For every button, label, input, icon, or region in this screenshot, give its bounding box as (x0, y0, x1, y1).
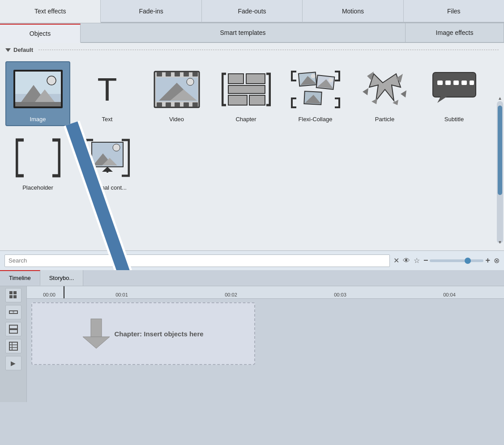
object-subtitle-label: Subtitle (444, 116, 464, 123)
main-panel: Default (0, 43, 504, 270)
svg-point-22 (187, 78, 194, 85)
play-button[interactable]: ▶ (5, 356, 21, 370)
group-button[interactable] (5, 322, 21, 336)
svg-rect-12 (184, 72, 189, 76)
zoom-minus-button[interactable]: − (423, 256, 428, 265)
object-video-label: Video (169, 116, 184, 123)
play-icon: ▶ (11, 360, 16, 367)
collapse-arrow[interactable] (5, 48, 11, 52)
bottom-section: Timeline Storybo... + (0, 270, 504, 402)
search-icons-group: ✕ 👁 ☆ (393, 256, 420, 265)
tab-objects[interactable]: Objects (0, 24, 81, 43)
image-icon-area (11, 65, 65, 114)
grid-tool-button[interactable] (5, 288, 21, 302)
preview-icon[interactable]: 👁 (403, 257, 410, 265)
tab-image-effects[interactable]: Image effects (406, 23, 504, 42)
svg-rect-47 (453, 81, 459, 85)
svg-marker-40 (401, 90, 406, 97)
svg-marker-55 (102, 167, 113, 172)
object-placeholder[interactable]: Placeholder (5, 131, 70, 194)
object-external-content[interactable]: External cont... (75, 131, 140, 194)
video-icon (152, 69, 201, 110)
chapter-down-arrow (83, 318, 110, 349)
svg-rect-46 (445, 81, 451, 85)
svg-rect-66 (9, 325, 17, 329)
svg-rect-14 (157, 102, 162, 107)
object-chapter[interactable]: Chapter (214, 61, 278, 126)
subtitle-icon (432, 72, 477, 107)
object-particle[interactable]: Particle (352, 61, 417, 126)
timeline-area: + ▶ (0, 286, 504, 402)
clear-search-button[interactable]: ✕ (393, 256, 399, 265)
zoom-reset-icon[interactable]: ⊗ (494, 256, 500, 265)
image-icon (13, 67, 63, 112)
bookmark-icon[interactable]: ☆ (414, 256, 420, 265)
object-external-label: External cont... (88, 184, 127, 191)
placeholder-icon-area (11, 133, 65, 182)
tab-storyboard[interactable]: Storybo... (40, 270, 84, 286)
grid-icon (9, 291, 18, 300)
tab-fade-outs[interactable]: Fade-outs (202, 0, 303, 23)
placeholder-icon (16, 138, 60, 178)
svg-rect-26 (228, 95, 247, 105)
scroll-up-arrow[interactable]: ▲ (497, 95, 503, 101)
timeline-tools: + ▶ (0, 286, 27, 402)
zoom-thumb[interactable] (465, 258, 471, 264)
tab-smart-templates[interactable]: Smart templates (81, 23, 406, 42)
svg-point-5 (47, 76, 56, 85)
layers-button[interactable] (5, 339, 21, 353)
object-text[interactable]: T Text (75, 61, 140, 126)
svg-text:+: + (12, 309, 15, 314)
search-bar: ✕ 👁 ☆ − + ⊗ (0, 250, 504, 270)
svg-point-53 (113, 144, 120, 151)
object-placeholder-label: Placeholder (22, 184, 53, 191)
tab-files[interactable]: Files (404, 0, 504, 23)
svg-marker-39 (363, 88, 368, 95)
svg-rect-60 (9, 291, 13, 294)
tab-timeline[interactable]: Timeline (0, 270, 40, 286)
chapter-block-text: Chapter: Insert objects here (114, 330, 203, 338)
layers-icon (9, 342, 18, 351)
particle-icon (360, 69, 410, 110)
svg-rect-24 (246, 74, 265, 84)
sub-tab-bar: Objects Smart templates Image effects (0, 23, 504, 43)
search-input[interactable] (4, 254, 390, 267)
svg-rect-23 (228, 74, 243, 84)
object-subtitle[interactable]: Subtitle (422, 61, 487, 126)
scroll-down-arrow[interactable]: ▼ (497, 239, 503, 245)
text-icon-area: T (81, 65, 134, 114)
timeline-main: 00:00 00:01 00:02 00:03 00:04 Cha (27, 286, 504, 402)
objects-grid: Image T Text (0, 57, 504, 198)
add-track-button[interactable]: + (5, 305, 21, 319)
svg-rect-61 (13, 291, 17, 294)
scrollbar-thumb[interactable] (498, 106, 502, 195)
group-icon (9, 325, 18, 334)
zoom-slider: − + ⊗ (423, 256, 500, 265)
tab-fade-ins[interactable]: Fade-ins (101, 0, 201, 23)
svg-rect-67 (9, 330, 17, 333)
ruler-mark-0: 00:00 (31, 292, 67, 297)
svg-rect-48 (461, 81, 467, 85)
zoom-plus-button[interactable]: + (485, 256, 490, 265)
svg-rect-72 (91, 319, 102, 338)
flexi-collage-icon (291, 69, 340, 110)
object-image[interactable]: Image (5, 61, 70, 126)
video-icon-area (150, 65, 204, 114)
svg-rect-16 (175, 102, 180, 107)
add-track-icon: + (9, 308, 18, 317)
svg-rect-11 (175, 72, 180, 76)
svg-rect-49 (470, 81, 474, 85)
svg-rect-62 (9, 295, 13, 298)
timeline-tracks: Chapter: Insert objects here (27, 299, 504, 402)
ruler-mark-4: 00:04 (395, 292, 504, 297)
top-tab-bar: Text effects Fade-ins Fade-outs Motions … (0, 0, 504, 23)
svg-rect-17 (184, 102, 189, 107)
object-flexi-collage[interactable]: Flexi-Collage (283, 61, 348, 126)
tab-text-effects[interactable]: Text effects (0, 0, 101, 23)
chapter-icon-area (219, 65, 273, 114)
object-video[interactable]: Video (144, 61, 209, 126)
tab-motions[interactable]: Motions (303, 0, 403, 23)
external-content-icon-area (81, 133, 134, 182)
text-icon: T (98, 73, 117, 106)
svg-rect-63 (13, 295, 17, 298)
